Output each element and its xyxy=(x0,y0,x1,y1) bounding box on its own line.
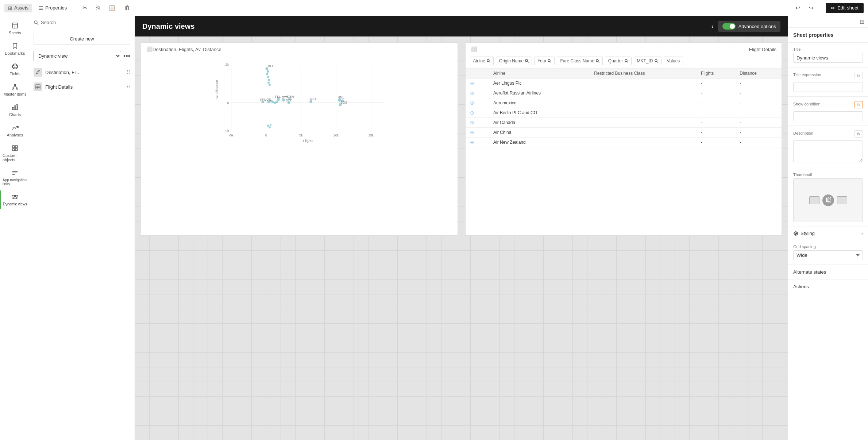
year-filter[interactable]: Year xyxy=(534,57,555,65)
drag-handle[interactable]: ⠿ xyxy=(127,69,130,75)
title-label: Title xyxy=(793,47,863,51)
pencil-icon: ✏ xyxy=(831,5,835,11)
more-options-button[interactable]: ••• xyxy=(123,53,130,59)
description-section: Description fx xyxy=(788,126,868,168)
title-input[interactable] xyxy=(793,53,863,63)
title-expression-input[interactable] xyxy=(793,82,863,92)
mkt-id-label: MKT_ID xyxy=(637,58,653,63)
svg-point-95 xyxy=(655,59,657,62)
svg-point-93 xyxy=(625,59,627,62)
svg-point-28 xyxy=(36,73,37,74)
flights-cell: - xyxy=(697,118,735,128)
advanced-options-toggle[interactable]: Advanced options xyxy=(718,21,780,32)
fare-cell xyxy=(590,98,697,108)
sidebar-item-analyses[interactable]: Analyses xyxy=(0,121,29,140)
copy-button[interactable]: ⎘ xyxy=(93,3,103,13)
dynamic-views-header: Dynamic views ‹ Advanced options xyxy=(135,16,788,36)
sheet-properties-header: Sheet properties xyxy=(788,28,868,43)
description-fx-button[interactable]: fx xyxy=(855,130,863,138)
paste-button[interactable]: 📋 xyxy=(105,3,119,13)
airline-filter[interactable]: Airline xyxy=(470,57,494,65)
show-condition-row: Show condition fx xyxy=(793,101,863,108)
values-filter[interactable]: Values xyxy=(664,57,683,65)
description-input[interactable] xyxy=(793,140,863,162)
dynamic-view-select[interactable]: Dynamic view xyxy=(34,51,121,61)
palette-icon xyxy=(793,231,798,236)
row-icon: ⊕ xyxy=(470,110,474,116)
title-expression-fx-button[interactable]: fx xyxy=(855,72,863,79)
thumbnail-area[interactable]: 🖼 xyxy=(793,178,863,222)
svg-point-60 xyxy=(277,98,280,101)
sidebar-item-sheets[interactable]: Sheets xyxy=(0,19,29,38)
show-condition-fx-button[interactable]: fx xyxy=(855,101,863,108)
collapse-button[interactable]: ‹ xyxy=(711,23,714,30)
airline-cell: Air China xyxy=(489,128,590,138)
sidebar-item-charts[interactable]: Charts xyxy=(0,101,29,120)
col-flights: Flights xyxy=(697,69,735,78)
assets-tab[interactable]: ⊞ Assets xyxy=(4,4,32,12)
quarter-filter[interactable]: Quarter xyxy=(605,57,632,65)
sidebar-item-bookmarks[interactable]: Bookmarks xyxy=(0,39,29,58)
grid-spacing-select[interactable]: Wide Narrow Medium xyxy=(793,250,863,260)
undo-button[interactable]: ↩ xyxy=(792,3,803,13)
fare-cell xyxy=(590,88,697,98)
chart-expand-button[interactable]: ⬜ xyxy=(146,46,153,52)
search-icon xyxy=(34,20,39,25)
master-items-icon xyxy=(11,83,19,90)
custom-objects-icon xyxy=(11,144,19,152)
styling-row[interactable]: Styling › xyxy=(788,227,868,240)
drag-handle[interactable]: ⠿ xyxy=(127,84,130,90)
chart-title: Destination, Flights, Av. Distance xyxy=(153,47,221,52)
svg-point-52 xyxy=(266,67,269,70)
delete-button[interactable]: 🗑 xyxy=(121,3,133,13)
flight-details-expand-button[interactable]: ⬜ xyxy=(471,46,477,52)
edit-sheet-button[interactable]: ✏ Edit sheet xyxy=(826,3,864,13)
distance-cell: - xyxy=(735,118,782,128)
layout-icon[interactable]: ⊞ xyxy=(860,18,864,25)
year-label: Year xyxy=(537,58,546,63)
row-icon: ⊕ xyxy=(470,80,474,86)
list-item[interactable]: Flight Details ⠿ xyxy=(29,80,135,94)
svg-line-94 xyxy=(627,62,628,63)
svg-rect-22 xyxy=(15,195,18,197)
properties-tab[interactable]: ☰ Properties xyxy=(35,4,70,12)
list-item[interactable]: Destination, Fli... ⠿ xyxy=(29,65,135,80)
fields-icon xyxy=(11,63,19,70)
redo-button[interactable]: ↪ xyxy=(806,3,817,13)
svg-point-77 xyxy=(339,103,342,106)
show-condition-section: Show condition fx xyxy=(788,97,868,126)
create-new-button[interactable]: Create new xyxy=(34,33,130,45)
svg-text:10k: 10k xyxy=(333,133,339,137)
airline-cell: Aeroflot Russian Airlines xyxy=(489,88,590,98)
svg-point-58 xyxy=(269,84,271,86)
svg-line-27 xyxy=(37,23,39,25)
canvas-grid: ⬜ Destination, Flights, Av. Distance 2k xyxy=(135,36,788,440)
svg-rect-21 xyxy=(12,195,15,197)
toolbar-separator-2 xyxy=(821,4,821,12)
styling-label: Styling xyxy=(793,231,815,236)
distance-cell: - xyxy=(735,78,782,88)
col-icon xyxy=(466,69,489,78)
sidebar-item-fields[interactable]: Fields xyxy=(0,60,29,79)
search-input[interactable] xyxy=(41,20,130,25)
fare-class-filter[interactable]: Fare Class Name xyxy=(557,57,602,65)
cut-button[interactable]: ✂ xyxy=(80,3,90,13)
sidebar-item-master-items[interactable]: Master items xyxy=(0,80,29,99)
sidebar-item-dynamic-views[interactable]: Dynamic views xyxy=(0,190,29,209)
svg-rect-15 xyxy=(15,146,18,148)
svg-rect-31 xyxy=(36,85,40,89)
sidebar-item-custom-objects[interactable]: Custom objects xyxy=(0,142,29,165)
mkt-id-filter[interactable]: MKT_ID xyxy=(634,57,661,65)
origin-name-filter[interactable]: Origin Name xyxy=(496,57,532,65)
distance-cell: - xyxy=(735,98,782,108)
show-condition-input[interactable] xyxy=(793,111,863,121)
dropdown-row: Dynamic view ••• xyxy=(29,49,135,63)
table-row: ⊕ Air New Zealand - - xyxy=(466,138,782,147)
sidebar-item-app-nav[interactable]: App navigation links xyxy=(0,166,29,189)
distance-cell: - xyxy=(735,128,782,138)
main-content: Dynamic views ‹ Advanced options ⬜ Desti… xyxy=(135,16,788,440)
svg-text:Flights: Flights xyxy=(303,139,313,143)
svg-text:-5k: -5k xyxy=(229,133,234,137)
fare-class-label: Fare Class Name xyxy=(560,58,594,63)
fare-cell xyxy=(590,138,697,147)
